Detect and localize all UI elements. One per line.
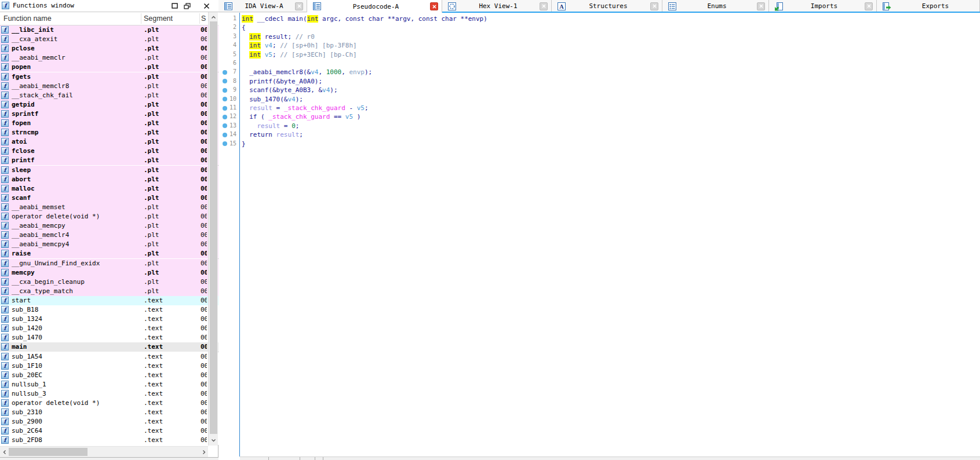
tab-close-icon[interactable]: [295, 2, 303, 10]
function-row[interactable]: f__stack_chk_fail.plt00: [0, 91, 218, 100]
function-row[interactable]: fsub_1A54.text00: [0, 352, 218, 362]
scrollbar-thumb[interactable]: [210, 21, 217, 434]
column-header-start[interactable]: S: [201, 14, 206, 23]
code-line[interactable]: 6: [218, 59, 972, 68]
function-row[interactable]: ffopen.plt00: [0, 119, 218, 128]
function-row[interactable]: f__gnu_Unwind_Find_exidx.plt00: [0, 259, 218, 268]
function-row[interactable]: fsub_1470.text00: [0, 333, 218, 342]
tab-close-icon[interactable]: [540, 2, 548, 10]
function-row[interactable]: f__aeabi_memcpy4.plt00: [0, 240, 218, 249]
tab-exports[interactable]: Exports: [877, 0, 980, 12]
column-header-segment[interactable]: Segment: [144, 14, 173, 23]
function-row[interactable]: f__cxa_type_match.plt00: [0, 287, 218, 296]
function-segment: .plt: [144, 119, 159, 127]
function-row[interactable]: fraise.plt00: [0, 249, 218, 258]
pseudocode-view[interactable]: 1int __cdecl main(int argc, const char *…: [218, 13, 980, 457]
function-row[interactable]: fsleep.plt00: [0, 166, 218, 175]
function-row[interactable]: fmemcpy.plt00: [0, 268, 218, 278]
function-row[interactable]: f__aeabi_memcpy.plt00: [0, 221, 218, 231]
function-icon: f: [1, 63, 9, 71]
tab-hex-view-1[interactable]: Hex View-1: [442, 0, 552, 12]
code-line[interactable]: 13 result = 0;: [218, 122, 972, 130]
functions-window-titlebar[interactable]: f Functions window: [0, 0, 218, 12]
code-line[interactable]: 15}: [218, 140, 972, 148]
function-name: nullsub_3: [12, 390, 46, 397]
code-line[interactable]: 12 if ( _stack_chk_guard == v5 ): [218, 112, 972, 121]
tab-label: Imports: [784, 2, 865, 10]
function-row[interactable]: fpclose.plt00: [0, 44, 218, 53]
function-row[interactable]: fpopen.plt00: [0, 63, 218, 72]
float-window-button[interactable]: [183, 2, 191, 10]
code-line[interactable]: 5 int v5; // [sp+3ECh] [bp-Ch]: [218, 50, 972, 59]
function-row[interactable]: fstrncmp.plt00: [0, 128, 218, 137]
functions-vertical-scrollbar[interactable]: [208, 12, 218, 446]
function-segment: .plt: [144, 278, 159, 286]
function-row[interactable]: f__libc_init.plt00: [0, 25, 218, 35]
tab-structures[interactable]: AStructures: [552, 0, 662, 12]
function-row[interactable]: fnullsub_3.text00: [0, 389, 218, 399]
column-header-function-name[interactable]: Function name: [3, 14, 52, 23]
code-line[interactable]: 11 result = _stack_chk_guard - v5;: [218, 104, 972, 112]
tab-close-icon[interactable]: [430, 2, 438, 10]
function-row[interactable]: fsub_20EC.text00: [0, 371, 218, 380]
function-row[interactable]: fsub_2C64.text00: [0, 426, 218, 436]
code-line[interactable]: 8 printf(&byte_A0A0);: [218, 77, 972, 86]
function-row[interactable]: ffclose.plt00: [0, 147, 218, 156]
function-row[interactable]: fmalloc.plt00: [0, 184, 218, 194]
function-row[interactable]: fmain.text00: [0, 342, 218, 352]
function-row[interactable]: fsub_2900.text00: [0, 417, 218, 426]
tab-close-icon[interactable]: [865, 2, 873, 10]
function-row[interactable]: f__aeabi_memset.plt00: [0, 203, 218, 212]
scroll-up-arrow-icon[interactable]: [209, 13, 218, 21]
code-line[interactable]: 4 int v4; // [sp+0h] [bp-3F8h]: [218, 41, 972, 50]
function-row[interactable]: ffgets.plt00: [0, 72, 218, 82]
tab-close-icon[interactable]: [650, 2, 658, 10]
code-line[interactable]: 2{: [218, 23, 972, 32]
tab-enums[interactable]: Enums: [662, 0, 769, 12]
function-row[interactable]: fsprintf.plt00: [0, 109, 218, 119]
tab-imports[interactable]: Imports: [769, 0, 877, 12]
function-icon: f: [1, 240, 9, 248]
scroll-right-arrow-icon[interactable]: [199, 448, 208, 457]
function-row[interactable]: f__cxa_begin_cleanup.plt00: [0, 278, 218, 287]
tab-ida-view-a[interactable]: IDA View-A: [218, 0, 307, 12]
function-row[interactable]: fnullsub_1.text00: [0, 380, 218, 389]
function-row[interactable]: fsub_1F10.text00: [0, 362, 218, 371]
code-line[interactable]: 1int __cdecl main(int argc, const char *…: [218, 14, 972, 23]
tab-close-icon[interactable]: [757, 2, 765, 10]
code-line[interactable]: 14 return result;: [218, 130, 972, 139]
code-line[interactable]: 9 scanf(&byte_A0B3, &v4);: [218, 86, 972, 94]
function-row[interactable]: fprintf.plt00: [0, 156, 218, 165]
function-row[interactable]: fsub_2310.text00: [0, 408, 218, 417]
functions-horizontal-scrollbar[interactable]: [0, 446, 208, 457]
code-line[interactable]: 10 sub_1470(&v4);: [218, 95, 972, 104]
function-row[interactable]: fscanf.plt00: [0, 194, 218, 203]
scroll-left-arrow-icon[interactable]: [0, 448, 9, 457]
function-row[interactable]: f__cxa_atexit.plt00: [0, 35, 218, 44]
function-row[interactable]: fgetpid.plt00: [0, 100, 218, 109]
scroll-down-arrow-icon[interactable]: [209, 436, 218, 444]
code-line[interactable]: 3 int result; // r0: [218, 32, 972, 41]
function-row[interactable]: fsub_2FD8.text00: [0, 436, 218, 445]
code-line[interactable]: 7 _aeabi_memclr8(&v4, 1000, envp);: [218, 68, 972, 76]
function-icon: f: [1, 315, 9, 323]
column-separator[interactable]: [141, 13, 141, 24]
function-row[interactable]: foperator delete(void *).plt00: [0, 212, 218, 221]
function-row[interactable]: fstart.text00: [0, 296, 218, 305]
function-row[interactable]: f__aeabi_memclr4.plt00: [0, 231, 218, 240]
close-panel-button[interactable]: [202, 2, 210, 10]
function-row[interactable]: fsub_1324.text00: [0, 315, 218, 324]
column-separator[interactable]: [199, 13, 200, 24]
function-row[interactable]: fsub_B18.text00: [0, 305, 218, 315]
function-row[interactable]: foperator delete(void *).text00: [0, 399, 218, 408]
maximize-button[interactable]: [170, 2, 178, 10]
function-row[interactable]: f__aeabi_memclr.plt00: [0, 53, 218, 63]
function-name: __cxa_begin_cleanup: [12, 278, 85, 286]
tab-pseudocode-a[interactable]: Pseudocode-A: [307, 0, 442, 13]
function-row[interactable]: fabort.plt00: [0, 175, 218, 184]
function-row[interactable]: fatoi.plt00: [0, 137, 218, 147]
scrollbar-thumb[interactable]: [9, 448, 88, 456]
function-row[interactable]: f__aeabi_memclr8.plt00: [0, 82, 218, 91]
function-icon: f: [1, 176, 9, 183]
function-row[interactable]: fsub_1420.text00: [0, 324, 218, 333]
